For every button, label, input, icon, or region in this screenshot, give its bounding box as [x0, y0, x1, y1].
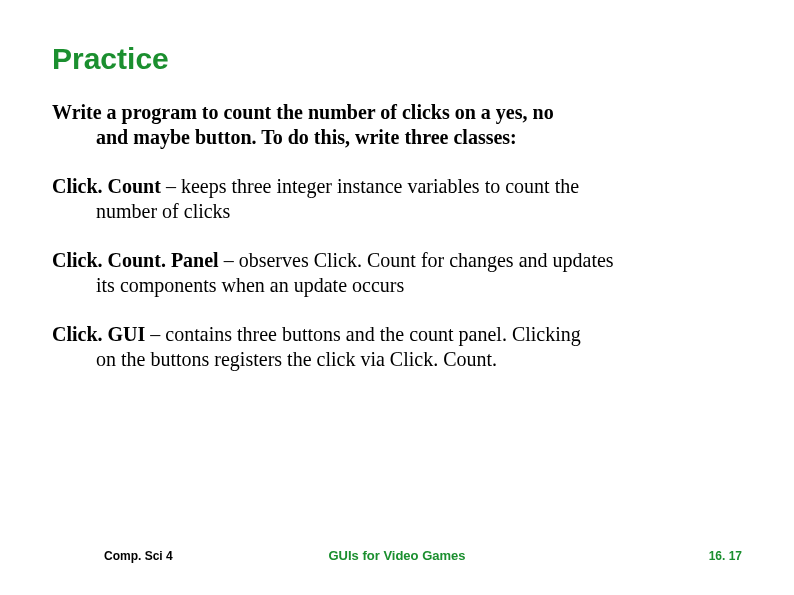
footer-topic: GUIs for Video Games — [328, 548, 465, 563]
p2-rest1: – observes Click. Count for changes and … — [224, 249, 614, 271]
slide-container: Practice Write a program to count the nu… — [0, 0, 794, 595]
p3-rest1: – contains three buttons and the count p… — [150, 323, 580, 345]
p3-rest2: on the buttons registers the click via C… — [52, 347, 742, 372]
footer-page-number: 16. 17 — [709, 549, 742, 563]
intro-paragraph: Write a program to count the number of c… — [52, 100, 742, 150]
p1-rest2: number of clicks — [52, 199, 742, 224]
intro-line1: Write a program to count the number of c… — [52, 101, 554, 123]
paragraph-clickgui: Click. GUI – contains three buttons and … — [52, 322, 742, 372]
intro-line2: and maybe button. To do this, write thre… — [52, 125, 742, 150]
paragraph-clickcountpanel: Click. Count. Panel – observes Click. Co… — [52, 248, 742, 298]
p1-rest1: – keeps three integer instance variables… — [166, 175, 579, 197]
p2-rest2: its components when an update occurs — [52, 273, 742, 298]
footer-course: Comp. Sci 4 — [104, 549, 173, 563]
p2-bold: Click. Count. Panel — [52, 249, 224, 271]
paragraph-clickcount: Click. Count – keeps three integer insta… — [52, 174, 742, 224]
slide-title: Practice — [52, 42, 742, 76]
p3-bold: Click. GUI — [52, 323, 150, 345]
p1-bold: Click. Count — [52, 175, 166, 197]
